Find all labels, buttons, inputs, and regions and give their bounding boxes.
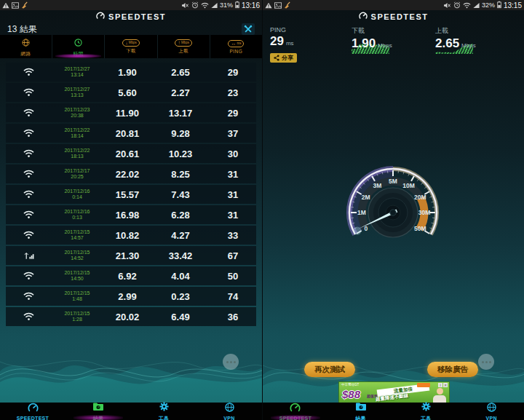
download-value: 16.98 — [103, 210, 151, 221]
selected-tab-glow — [55, 54, 101, 58]
share-button[interactable]: 分享 — [270, 53, 297, 63]
table-row[interactable]: 2017/12/2713:135.602.2723 — [6, 83, 256, 102]
table-row[interactable]: 2017/12/2713:141.902.6529 — [6, 63, 256, 82]
remove-ads-button[interactable]: 移除廣告 — [427, 362, 478, 377]
speedtest-logo-icon — [96, 10, 105, 23]
speedtest-logo-icon — [359, 10, 368, 23]
tab-download[interactable]: ↓Mbps 下載 — [104, 35, 156, 58]
nav-speedtest[interactable]: SPEEDTEST — [263, 403, 328, 420]
upload-value: 9.28 — [151, 128, 210, 139]
gauge-tick-label: 3M — [373, 182, 382, 189]
gauge-tick-label: 2M — [362, 194, 370, 201]
wifi-icon — [6, 190, 51, 199]
signal-icon — [473, 0, 480, 12]
warning-icon — [2, 0, 9, 12]
wifi-icon — [6, 170, 51, 178]
tab-upload[interactable]: ↑Mbps 上載 — [157, 35, 210, 58]
result-time: 13:13 — [51, 92, 103, 98]
upload-value: 2.27 — [151, 87, 210, 98]
nav-vpn[interactable]: VPN — [196, 403, 262, 420]
gauge-icon — [28, 402, 39, 415]
ad-info-icon[interactable]: i — [438, 383, 442, 387]
tab-label: PING — [229, 49, 242, 54]
table-row[interactable]: 2017/12/151:2820.026.4936 — [6, 307, 256, 326]
table-row[interactable]: 2017/12/1514:506.924.0450 — [6, 266, 256, 285]
result-time: 18:13 — [51, 154, 103, 159]
download-value: 21.30 — [103, 250, 151, 261]
nav-label: VPN — [223, 416, 234, 420]
tools-button[interactable] — [242, 23, 255, 35]
result-time: 14:50 — [51, 276, 103, 282]
tab-label: 下載 — [126, 48, 136, 55]
nav-speedtest[interactable]: SPEEDTEST — [0, 403, 66, 420]
ping-value: 29 — [210, 108, 256, 119]
result-date: 2017/12/16 — [51, 209, 103, 215]
globe-icon — [22, 36, 30, 49]
nav-tools[interactable]: 工具 — [394, 403, 459, 420]
gear-icon — [159, 401, 169, 414]
tab-time[interactable]: 時間 — [52, 35, 104, 58]
result-date: 2017/12/16 — [51, 189, 103, 194]
table-row[interactable]: 2017/12/2218:1420.819.2837 — [6, 124, 256, 143]
result-time: 20:25 — [51, 174, 103, 180]
mute-icon — [443, 0, 451, 12]
status-bar: 31% 13:16 — [0, 0, 262, 10]
wifi-icon — [6, 88, 51, 97]
table-row[interactable]: 2017/12/160:1316.986.2831 — [6, 205, 256, 224]
ping-value: 30 — [210, 148, 256, 159]
wifi-icon — [6, 108, 51, 117]
wifi-icon — [6, 231, 51, 239]
alarm-icon — [453, 0, 461, 12]
ping-value: 36 — [210, 312, 256, 322]
result-time: 14:57 — [51, 235, 103, 241]
wifi-status-icon — [201, 0, 209, 12]
warning-icon — [265, 0, 272, 12]
bottom-nav: SPEEDTEST 結果 工具 VPN — [263, 403, 524, 420]
table-row[interactable]: 2017/12/1514:5221.3033.4267 — [6, 246, 256, 265]
nav-label: 結果 — [355, 415, 366, 420]
wifi-icon — [6, 312, 51, 321]
result-date: 2017/12/15 — [51, 311, 103, 317]
result-date: 2017/12/15 — [51, 290, 103, 296]
app-title: SPEEDTEST — [371, 12, 429, 21]
more-options-bubble[interactable] — [478, 354, 494, 370]
tab-network[interactable]: 網路 — [0, 35, 52, 58]
nav-label: 工具 — [159, 415, 170, 420]
nav-label: SPEEDTEST — [17, 416, 49, 420]
ping-value: 31 — [210, 210, 256, 221]
retest-button[interactable]: 再次測試 — [304, 362, 355, 377]
nav-tools[interactable]: 工具 — [131, 403, 196, 420]
screenshot-icon — [274, 0, 282, 12]
table-row[interactable]: 2017/12/2320:3811.9013.1729 — [6, 103, 256, 122]
result-date: 2017/12/27 — [51, 66, 103, 72]
download-value: 22.02 — [103, 169, 151, 180]
nav-label: 工具 — [421, 415, 432, 420]
tab-ping[interactable]: ↔ms PING — [210, 35, 262, 58]
download-value: 20.61 — [103, 148, 151, 159]
share-label: 分享 — [282, 54, 293, 62]
wifi-icon — [6, 210, 51, 219]
upload-summary: 上載 2.65Mbps — [435, 26, 476, 52]
nav-results[interactable]: 結果 — [66, 403, 131, 420]
result-date: 2017/12/15 — [51, 250, 103, 255]
more-options-bubble[interactable] — [223, 354, 239, 370]
ping-value: 67 — [210, 250, 256, 261]
download-value: 1.90 — [352, 37, 376, 49]
table-row[interactable]: 2017/12/2218:1320.6110.2330 — [6, 144, 256, 163]
ping-value: 33 — [210, 230, 256, 241]
ad-person-image — [432, 388, 447, 404]
wifi-status-icon — [463, 0, 471, 12]
table-row[interactable]: 2017/12/1720:2522.028.2531 — [6, 165, 256, 183]
nav-results[interactable]: 結果 — [328, 403, 394, 420]
ad-close-icon[interactable]: ✕ — [443, 383, 448, 387]
nav-vpn[interactable]: VPN — [458, 403, 524, 420]
table-row[interactable]: 2017/12/151:482.990.2374 — [6, 287, 256, 306]
upload-mbps-icon: ↑Mbps — [175, 39, 192, 47]
tab-label: 上載 — [178, 48, 188, 55]
result-time: 13:14 — [51, 72, 103, 78]
wifi-icon — [6, 272, 51, 280]
signal-icon — [211, 0, 218, 12]
table-row[interactable]: 2017/12/160:1415.577.4331 — [6, 185, 256, 204]
table-row[interactable]: 2017/12/1514:5710.824.2733 — [6, 226, 256, 245]
result-time: 0:14 — [51, 194, 103, 200]
